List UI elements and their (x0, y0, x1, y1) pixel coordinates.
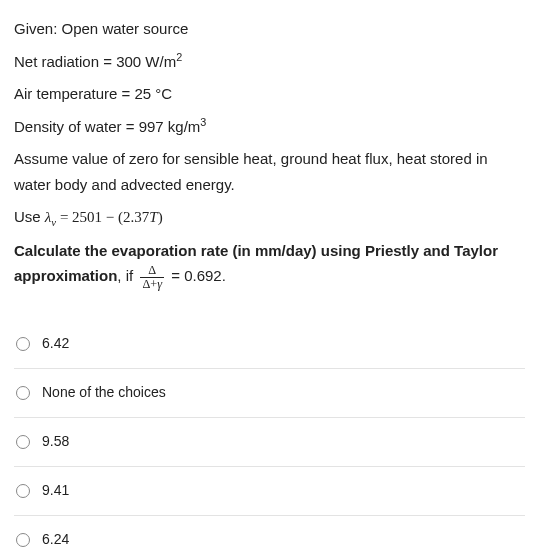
lambda-close: ) (158, 209, 163, 225)
option-4[interactable]: 6.24 (14, 516, 525, 554)
option-label: 9.41 (42, 479, 69, 503)
fraction: ΔΔ+γ (140, 264, 164, 291)
den-gamma: γ (157, 277, 162, 291)
exponent-2: 2 (176, 51, 182, 63)
fraction-numerator: Δ (140, 264, 164, 277)
radio-icon (16, 386, 30, 400)
option-0[interactable]: 6.42 (14, 320, 525, 369)
density-text: Density of water = 997 kg/m (14, 118, 200, 135)
question-body: Given: Open water source Net radiation =… (14, 16, 525, 290)
density-line: Density of water = 997 kg/m3 (14, 114, 525, 140)
fraction-denominator: Δ+γ (140, 277, 164, 291)
option-label: 9.58 (42, 430, 69, 454)
option-3[interactable]: 9.41 (14, 467, 525, 516)
den-delta: Δ+ (142, 277, 157, 291)
air-temp-line: Air temperature = 25 °C (14, 81, 525, 107)
assume-line: Assume value of zero for sensible heat, … (14, 146, 525, 197)
use-text: Use (14, 208, 45, 225)
radio-icon (16, 533, 30, 547)
lambda-T: T (149, 209, 157, 225)
option-2[interactable]: 9.58 (14, 418, 525, 467)
lambda-eq: = 2501 − (2.37 (56, 209, 149, 225)
option-label: 6.42 (42, 332, 69, 356)
given-line: Given: Open water source (14, 16, 525, 42)
calculate-line: Calculate the evaporation rate (in mm/da… (14, 238, 525, 291)
option-1[interactable]: None of the choices (14, 369, 525, 418)
net-radiation-text: Net radiation = 300 W/m (14, 53, 176, 70)
net-radiation-line: Net radiation = 300 W/m2 (14, 49, 525, 75)
radio-icon (16, 484, 30, 498)
radio-icon (16, 337, 30, 351)
options-list: 6.42 None of the choices 9.58 9.41 6.24 (14, 320, 525, 554)
radio-icon (16, 435, 30, 449)
option-label: None of the choices (42, 381, 166, 405)
calculate-if: , if (117, 267, 137, 284)
exponent-3: 3 (200, 116, 206, 128)
option-label: 6.24 (42, 528, 69, 552)
lambda-line: Use λv = 2501 − (2.37T) (14, 204, 525, 231)
calculate-val: = 0.692. (167, 267, 226, 284)
calculate-bold: Calculate the evaporation rate (in mm/da… (14, 242, 498, 285)
